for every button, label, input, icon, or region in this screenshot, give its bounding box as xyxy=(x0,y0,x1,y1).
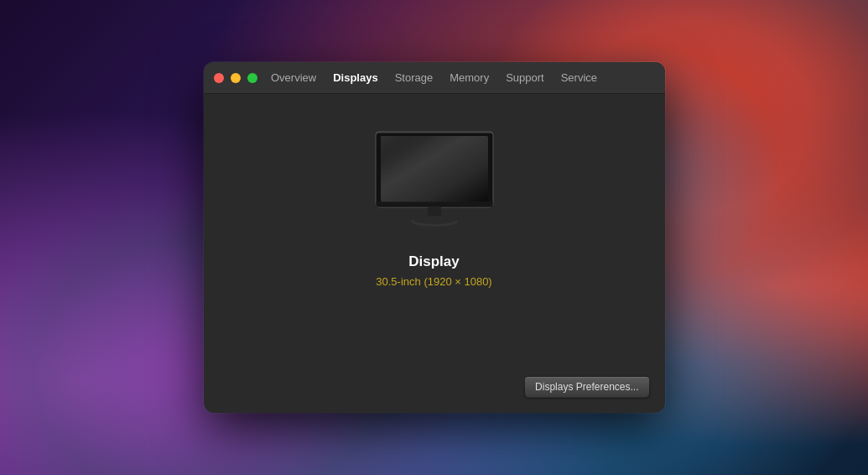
tab-storage[interactable]: Storage xyxy=(388,68,440,87)
content-area: Display 30.5-inch (1920 × 1080) Displays… xyxy=(204,94,665,413)
monitor-illustration xyxy=(367,128,502,237)
close-button[interactable] xyxy=(214,73,224,83)
tab-service[interactable]: Service xyxy=(554,68,604,87)
tab-displays[interactable]: Displays xyxy=(326,68,384,87)
titlebar: Overview Displays Storage Memory Support… xyxy=(204,62,665,94)
traffic-lights xyxy=(214,73,257,83)
displays-preferences-button[interactable]: Displays Preferences... xyxy=(524,376,649,398)
svg-point-5 xyxy=(413,216,456,224)
display-name-label: Display xyxy=(376,253,491,270)
display-resolution-label: 30.5-inch (1920 × 1080) xyxy=(376,275,491,288)
maximize-button[interactable] xyxy=(247,73,257,83)
display-info: Display 30.5-inch (1920 × 1080) xyxy=(376,253,491,288)
tab-support[interactable]: Support xyxy=(499,68,551,87)
minimize-button[interactable] xyxy=(231,73,241,83)
system-info-window: Overview Displays Storage Memory Support… xyxy=(204,62,665,413)
tab-memory[interactable]: Memory xyxy=(443,68,496,87)
tab-bar: Overview Displays Storage Memory Support… xyxy=(264,68,604,87)
svg-rect-7 xyxy=(376,132,493,133)
tab-overview[interactable]: Overview xyxy=(264,68,323,87)
svg-rect-6 xyxy=(376,201,493,207)
